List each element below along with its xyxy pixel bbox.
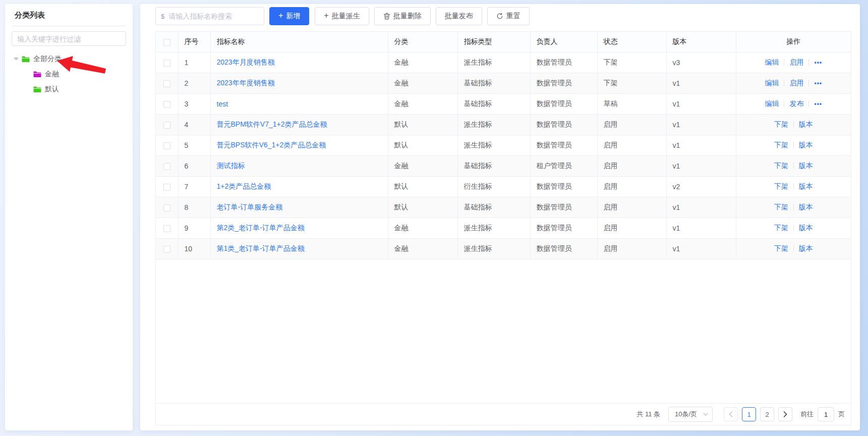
indicator-name-link[interactable]: 测试指标 (217, 161, 245, 170)
row-actions-cell: 编辑启用••• (736, 52, 851, 73)
action-link[interactable]: 版本 (799, 120, 813, 129)
action-link[interactable]: 下架 (774, 244, 788, 253)
row-checkbox[interactable] (163, 80, 170, 87)
row-status: 下架 (597, 52, 666, 73)
action-link[interactable]: 版本 (799, 141, 813, 150)
page-button-2[interactable]: 2 (760, 407, 774, 421)
row-seq: 4 (178, 114, 210, 135)
row-checkbox[interactable] (163, 204, 170, 211)
action-link[interactable]: 版本 (799, 203, 813, 212)
row-status: 草稿 (597, 93, 666, 114)
batch-publish-button[interactable]: 批量发布 (436, 7, 482, 25)
row-checkbox[interactable] (163, 142, 170, 149)
action-link[interactable]: 下架 (774, 182, 788, 191)
row-actions: 下架版本 (736, 115, 851, 135)
indicator-name-link[interactable]: 普元BPS软件V6_1+2类产品总金额 (217, 141, 326, 149)
chevron-down-icon (703, 413, 708, 416)
more-actions-button[interactable]: ••• (814, 59, 822, 66)
action-link[interactable]: 发布 (789, 99, 803, 108)
pagination-bar: 共 11 条 10条/页 1 2 前往 页 (156, 403, 851, 425)
row-category: 金融 (388, 73, 457, 93)
table-row: 12023年月度销售额金融派生指标数据管理员下架v3编辑启用••• (156, 52, 851, 73)
action-link[interactable]: 版本 (799, 224, 813, 233)
indicator-name-link[interactable]: 第2类_老订单-订单产品金额 (217, 224, 305, 232)
row-name-cell: 第2类_老订单-订单产品金额 (210, 217, 388, 238)
tree-node-default[interactable]: 默认 (12, 82, 126, 97)
row-select-cell (156, 93, 178, 114)
folder-icon (22, 56, 30, 63)
tree-node-finance[interactable]: 金融 (12, 67, 126, 82)
action-link[interactable]: 版本 (799, 161, 813, 171)
indicator-name-link[interactable]: 2023年月度销售额 (217, 58, 275, 66)
row-version: v1 (666, 114, 736, 135)
indicator-name-link[interactable]: 第1类_老订单-订单产品金额 (217, 244, 305, 252)
action-link[interactable]: 启用 (789, 58, 803, 67)
indicator-search-input[interactable] (168, 12, 259, 20)
row-type: 派生指标 (457, 52, 530, 73)
row-status: 启用 (597, 155, 666, 176)
row-checkbox[interactable] (163, 101, 170, 108)
row-actions: 编辑启用••• (736, 73, 851, 93)
indicator-name-link[interactable]: 1+2类产品总金额 (217, 182, 271, 190)
table-empty-area (156, 259, 851, 404)
action-link[interactable]: 下架 (774, 161, 788, 171)
batch-derive-button[interactable]: + 批量派生 (315, 7, 369, 25)
action-link[interactable]: 下架 (774, 141, 788, 150)
caret-down-icon[interactable] (14, 58, 19, 61)
row-select-cell (156, 52, 178, 73)
row-checkbox[interactable] (163, 163, 170, 170)
reset-button[interactable]: 重置 (487, 7, 530, 25)
batch-delete-button[interactable]: 批量删除 (374, 7, 431, 25)
row-checkbox[interactable] (163, 60, 170, 67)
row-seq: 10 (178, 238, 210, 259)
goto-page-input[interactable] (818, 407, 834, 421)
row-actions-cell: 下架版本 (736, 176, 851, 197)
row-version: v3 (666, 52, 736, 73)
action-link[interactable]: 版本 (799, 182, 813, 191)
action-link[interactable]: 版本 (799, 244, 813, 253)
row-checkbox[interactable] (163, 184, 170, 191)
indicator-name-link[interactable]: test (217, 100, 228, 108)
next-page-button[interactable] (778, 407, 792, 421)
row-status: 启用 (597, 114, 666, 135)
row-version: v1 (666, 155, 736, 176)
category-filter-input[interactable] (12, 31, 126, 46)
row-owner: 数据管理员 (530, 73, 597, 93)
action-link[interactable]: 启用 (789, 79, 803, 88)
row-checkbox[interactable] (163, 225, 170, 232)
row-category: 默认 (388, 114, 457, 135)
indicator-name-link[interactable]: 老订单-订单服务金额 (217, 203, 283, 211)
row-checkbox[interactable] (163, 246, 170, 253)
more-actions-button[interactable]: ••• (814, 100, 822, 107)
row-status: 启用 (597, 176, 666, 197)
row-seq: 2 (178, 73, 210, 93)
action-link[interactable]: 编辑 (765, 58, 779, 67)
table-row: 10第1类_老订单-订单产品金额金融派生指标数据管理员启用v1下架版本 (156, 238, 851, 259)
row-checkbox[interactable] (163, 122, 170, 129)
prev-page-button[interactable] (724, 407, 738, 421)
row-actions-cell: 编辑启用••• (736, 73, 851, 93)
action-link[interactable]: 下架 (774, 203, 788, 212)
page-button-1[interactable]: 1 (742, 407, 756, 421)
select-all-checkbox[interactable] (163, 39, 170, 46)
row-category: 默认 (388, 176, 457, 197)
indicator-name-link[interactable]: 普元BPM软件V7_1+2类产品总金额 (217, 120, 327, 128)
row-seq: 6 (178, 155, 210, 176)
more-actions-button[interactable]: ••• (814, 80, 822, 87)
row-category: 金融 (388, 155, 457, 176)
action-link[interactable]: 下架 (774, 224, 788, 233)
action-link[interactable]: 下架 (774, 120, 788, 129)
row-name-cell: 2023年月度销售额 (210, 52, 388, 73)
action-link[interactable]: 编辑 (765, 79, 779, 88)
indicator-name-link[interactable]: 2023年年度销售额 (217, 79, 275, 87)
row-version: v2 (666, 176, 736, 197)
row-select-cell (156, 176, 178, 197)
action-separator (793, 183, 794, 190)
table-row: 22023年年度销售额金融基础指标数据管理员下架v1编辑启用••• (156, 73, 851, 93)
page-size-select[interactable]: 10条/页 (668, 407, 713, 422)
action-link[interactable]: 编辑 (765, 99, 779, 108)
tree-node-all-categories[interactable]: 全部分类 (12, 51, 126, 67)
add-button[interactable]: + 新增 (269, 7, 309, 25)
row-owner: 租户管理员 (530, 155, 597, 176)
action-separator (808, 59, 809, 66)
